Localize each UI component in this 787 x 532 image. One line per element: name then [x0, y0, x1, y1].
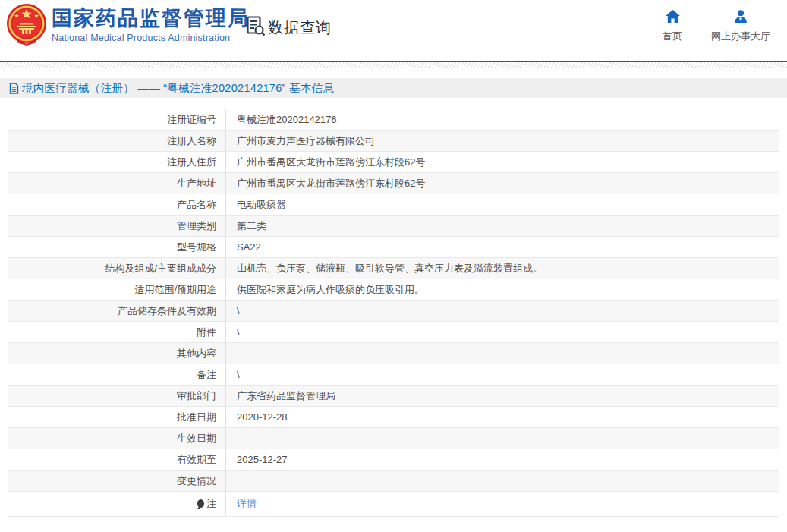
top-navigation: 首页 网上办事大厅 — [663, 10, 770, 43]
row-value: 2020-12-28 — [226, 407, 779, 428]
row-label: 注册人名称 — [8, 131, 226, 152]
table-row: 注册证编号粤械注准20202142176 — [8, 109, 779, 131]
nav-home[interactable]: 首页 — [663, 10, 682, 43]
row-label: 产品名称 — [8, 194, 226, 216]
home-icon — [666, 10, 680, 26]
user-icon — [734, 10, 748, 26]
row-label: 注册人住所 — [8, 152, 226, 173]
row-label: 注 — [8, 492, 226, 517]
row-value: 由机壳、负压泵、储液瓶、吸引软导管、真空压力表及溢流装置组成。 — [226, 258, 779, 279]
breadcrumb: 境内医疗器械（注册） —— “粤械注准20202142176” 基本信息 — [0, 78, 787, 98]
row-label: 适用范围/预期用途 — [8, 279, 226, 301]
row-label: 产品储存条件及有效期 — [8, 301, 226, 322]
row-label: 型号规格 — [8, 237, 226, 258]
table-row: 生产地址广州市番禺区大龙街市莲路傍江东村段62号 — [8, 173, 779, 194]
table-row: 其他内容 — [8, 343, 779, 364]
table-row: 注册人名称广州市麦力声医疗器械有限公司 — [8, 131, 779, 152]
data-query-icon — [246, 15, 266, 39]
row-label: 附件 — [8, 322, 226, 343]
row-value: 广州市番禺区大龙街市莲路傍江东村段62号 — [226, 152, 779, 173]
registration-detail-table: 注册证编号粤械注准20202142176注册人名称广州市麦力声医疗器械有限公司注… — [8, 109, 779, 517]
table-row: 型号规格SA22 — [8, 237, 779, 258]
row-label: 有效期至 — [8, 449, 226, 471]
row-value: 详情 — [226, 492, 779, 517]
page-title: 境内医疗器械（注册） —— “粤械注准20202142176” 基本信息 — [22, 81, 334, 96]
row-label: 变更情况 — [8, 471, 226, 492]
table-row: 审批部门广东省药品监督管理局 — [8, 386, 779, 407]
table-row: 备注\ — [8, 364, 779, 386]
row-value: SA22 — [226, 237, 779, 258]
row-label: 注册证编号 — [8, 109, 226, 131]
nav-online-hall-label: 网上办事大厅 — [711, 30, 770, 43]
table-row: 批准日期2020-12-28 — [8, 407, 779, 428]
brand-subtitle: National Medical Products Administration — [52, 33, 250, 43]
row-label: 备注 — [8, 364, 226, 386]
note-balloon-icon — [197, 499, 204, 508]
row-label: 结构及组成/主要组成成分 — [8, 258, 226, 279]
table-row: 适用范围/预期用途供医院和家庭为病人作吸痰的负压吸引用。 — [8, 279, 779, 301]
row-value: \ — [226, 301, 779, 322]
nav-data-query-label: 数据查询 — [268, 17, 332, 38]
row-value: 2025-12-27 — [226, 449, 779, 471]
detail-table-body: 注册证编号粤械注准20202142176注册人名称广州市麦力声医疗器械有限公司注… — [8, 109, 779, 517]
row-label: 生产地址 — [8, 173, 226, 194]
table-row: 有效期至2025-12-27 — [8, 449, 779, 471]
row-label: 审批部门 — [8, 386, 226, 407]
table-row: 变更情况 — [8, 471, 779, 492]
brand-title: 国家药品监督管理局 — [52, 7, 250, 30]
row-value: 粤械注准20202142176 — [226, 109, 779, 131]
nav-online-hall[interactable]: 网上办事大厅 — [711, 10, 770, 43]
row-value — [226, 428, 779, 449]
table-row: 生效日期 — [8, 428, 779, 449]
row-value: 第二类 — [226, 216, 779, 237]
row-value: 广东省药品监督管理局 — [226, 386, 779, 407]
row-value — [226, 343, 779, 364]
site-header: 国家药品监督管理局 National Medical Products Admi… — [0, 0, 787, 61]
brand-block: 国家药品监督管理局 National Medical Products Admi… — [52, 7, 250, 43]
document-icon — [9, 83, 19, 94]
nav-home-label: 首页 — [663, 30, 682, 43]
table-row: 结构及组成/主要组成成分由机壳、负压泵、储液瓶、吸引软导管、真空压力表及溢流装置… — [8, 258, 779, 279]
row-label: 管理类别 — [8, 216, 226, 237]
table-row: 注册人住所广州市番禺区大龙街市莲路傍江东村段62号 — [8, 152, 779, 173]
table-row: 附件\ — [8, 322, 779, 343]
row-value: 广州市麦力声医疗器械有限公司 — [226, 131, 779, 152]
table-row: 产品名称电动吸痰器 — [8, 194, 779, 216]
row-label: 批准日期 — [8, 407, 226, 428]
hatch-pattern-band — [0, 62, 787, 68]
row-value — [226, 471, 779, 492]
detail-link[interactable]: 详情 — [237, 498, 257, 509]
row-value: \ — [226, 322, 779, 343]
row-value: \ — [226, 364, 779, 386]
row-value: 供医院和家庭为病人作吸痰的负压吸引用。 — [226, 279, 779, 301]
nmpa-emblem-logo — [6, 3, 47, 46]
table-row: 产品储存条件及有效期\ — [8, 301, 779, 322]
nav-data-query[interactable]: 数据查询 — [246, 15, 332, 39]
row-value: 广州市番禺区大龙街市莲路傍江东村段62号 — [226, 173, 779, 194]
table-row: 注详情 — [8, 492, 779, 517]
row-value: 电动吸痰器 — [226, 194, 779, 216]
row-label: 生效日期 — [8, 428, 226, 449]
table-row: 管理类别第二类 — [8, 216, 779, 237]
row-label: 其他内容 — [8, 343, 226, 364]
